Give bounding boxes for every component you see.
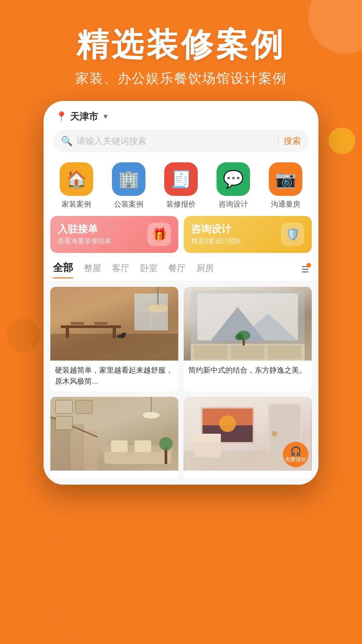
tab-bedroom[interactable]: 卧室 xyxy=(140,262,158,277)
category-icon-measure: 📷 xyxy=(269,162,302,196)
banner-design-text: 咨询设计 精选3家设计团队 xyxy=(191,223,242,246)
svg-rect-33 xyxy=(76,400,93,414)
category-row: 🏠 家装案例 🏢 公装案例 🧾 装修报价 💬 咨询设计 📷 沟通量房 xyxy=(44,159,318,216)
svg-point-40 xyxy=(143,412,160,419)
tab-whole[interactable]: 整屋 xyxy=(84,262,101,277)
category-icon-consult: 💬 xyxy=(217,162,250,196)
tab-all[interactable]: 全部 xyxy=(53,261,73,278)
category-item-home[interactable]: 🏠 家装案例 xyxy=(60,162,93,209)
svg-rect-52 xyxy=(194,440,221,457)
svg-point-46 xyxy=(272,431,277,436)
location-city-label[interactable]: 天津市 xyxy=(70,110,98,123)
grid-card-4[interactable]: 🎧 免费报价 xyxy=(184,397,312,479)
svg-rect-53 xyxy=(192,434,221,442)
grid-card-2-caption: 简约新中式的结合，东方静逸之美。 xyxy=(184,361,312,380)
tab-more-button[interactable]: ☰ xyxy=(301,264,309,275)
svg-rect-5 xyxy=(61,325,121,328)
banner-row: 入驻接单 查看海量装修线索 🎁 咨询设计 精选3家设计团队 🛡️ xyxy=(44,216,318,258)
svg-rect-9 xyxy=(94,322,108,325)
badge-text: 免费报价 xyxy=(285,456,306,463)
phone-content: 📍 天津市 ▼ 🔍 请输入关键词搜索 | 搜索 🏠 家装案例 🏢 公装案例 xyxy=(44,101,318,485)
banner-checkin-text: 入驻接单 查看海量装修线索 xyxy=(58,223,111,246)
banner-design[interactable]: 咨询设计 精选3家设计团队 🛡️ xyxy=(184,216,312,253)
tab-bar: 全部 整屋 客厅 卧室 餐厅 厨房 ☰ xyxy=(44,258,318,281)
location-dropdown-icon[interactable]: ▼ xyxy=(102,113,109,120)
banner-design-title: 咨询设计 xyxy=(191,223,242,235)
search-button[interactable]: 搜索 xyxy=(284,135,301,147)
category-icon-price: 🧾 xyxy=(164,162,198,196)
free-price-badge: 🎧 免费报价 xyxy=(283,442,308,467)
banner-design-subtitle: 精选3家设计团队 xyxy=(191,236,242,246)
svg-point-51 xyxy=(219,415,236,432)
banner-checkin[interactable]: 入驻接单 查看海量装修线索 🎁 xyxy=(50,216,178,253)
grid-card-3-caption xyxy=(50,471,178,479)
tab-living[interactable]: 客厅 xyxy=(112,262,129,277)
svg-rect-34 xyxy=(56,416,72,430)
banner-checkin-title: 入驻接单 xyxy=(58,223,111,235)
category-item-office[interactable]: 🏢 公装案例 xyxy=(112,162,145,209)
svg-rect-22 xyxy=(231,345,264,359)
svg-point-26 xyxy=(235,334,243,340)
phone-topbar: 📍 天津市 ▼ xyxy=(44,101,318,126)
bg-decor-circle-bottom xyxy=(7,319,40,352)
grid-card-2-image xyxy=(184,287,312,361)
svg-rect-7 xyxy=(113,328,116,338)
svg-rect-32 xyxy=(56,400,72,414)
phone-mockup: 📍 天津市 ▼ 🔍 请输入关键词搜索 | 搜索 🏠 家装案例 🏢 公装案例 xyxy=(44,101,318,485)
grid-card-2[interactable]: 简约新中式的结合，东方静逸之美。 xyxy=(184,287,312,391)
svg-point-11 xyxy=(148,305,168,313)
category-label-office: 公装案例 xyxy=(114,199,143,209)
search-icon: 🔍 xyxy=(61,136,73,147)
category-icon-office: 🏢 xyxy=(112,162,145,196)
banner-checkin-icon: 🎁 xyxy=(147,223,171,246)
category-item-consult[interactable]: 💬 咨询设计 xyxy=(217,162,250,209)
badge-headphone-icon: 🎧 xyxy=(290,446,302,457)
search-divider: | xyxy=(277,136,280,146)
category-label-measure: 沟通量房 xyxy=(271,199,300,209)
tab-kitchen[interactable]: 厨房 xyxy=(196,262,214,277)
category-label-home: 家装案例 xyxy=(62,199,91,209)
page-main-title: 精选装修案例 xyxy=(0,27,362,62)
category-label-price: 装修报价 xyxy=(166,199,196,209)
grid-card-4-image: 🎧 免费报价 xyxy=(184,397,312,471)
svg-rect-38 xyxy=(134,440,151,452)
page-sub-title: 家装、办公娱乐餐饮场馆设计案例 xyxy=(0,69,362,88)
category-item-measure[interactable]: 📷 沟通量房 xyxy=(269,162,302,209)
grid-card-3[interactable] xyxy=(50,397,178,479)
image-grid: 硬装越简单，家里越看起来越舒服，原木风极简... xyxy=(44,281,318,485)
category-label-consult: 咨询设计 xyxy=(219,199,248,209)
svg-rect-6 xyxy=(66,328,69,338)
bg-decor-circle-mid xyxy=(328,127,355,154)
location-pin-icon: 📍 xyxy=(56,111,67,122)
svg-point-42 xyxy=(159,437,173,450)
category-item-price[interactable]: 🧾 装修报价 xyxy=(164,162,198,209)
banner-checkin-subtitle: 查看海量装修线索 xyxy=(58,236,111,246)
grid-card-4-caption xyxy=(184,471,312,479)
svg-rect-21 xyxy=(194,345,228,359)
banner-design-icon: 🛡️ xyxy=(281,223,304,246)
svg-rect-37 xyxy=(111,440,128,452)
grid-card-1[interactable]: 硬装越简单，家里越看起来越舒服，原木风极简... xyxy=(50,287,178,391)
category-icon-home: 🏠 xyxy=(60,162,93,196)
tab-more-dot xyxy=(306,263,311,268)
search-bar[interactable]: 🔍 请输入关键词搜索 | 搜索 xyxy=(53,130,309,152)
header-section: 精选装修案例 家装、办公娱乐餐饮场馆设计案例 xyxy=(0,0,362,101)
search-bar-wrapper: 🔍 请输入关键词搜索 | 搜索 xyxy=(44,126,318,159)
search-input-placeholder[interactable]: 请输入关键词搜索 xyxy=(77,135,273,147)
grid-card-1-caption: 硬装越简单，家里越看起来越舒服，原木风极简... xyxy=(50,361,178,391)
grid-card-1-image xyxy=(50,287,178,361)
tab-dining[interactable]: 餐厅 xyxy=(168,262,186,277)
grid-card-3-image xyxy=(50,397,178,471)
svg-rect-23 xyxy=(268,345,301,359)
svg-rect-8 xyxy=(71,322,84,325)
